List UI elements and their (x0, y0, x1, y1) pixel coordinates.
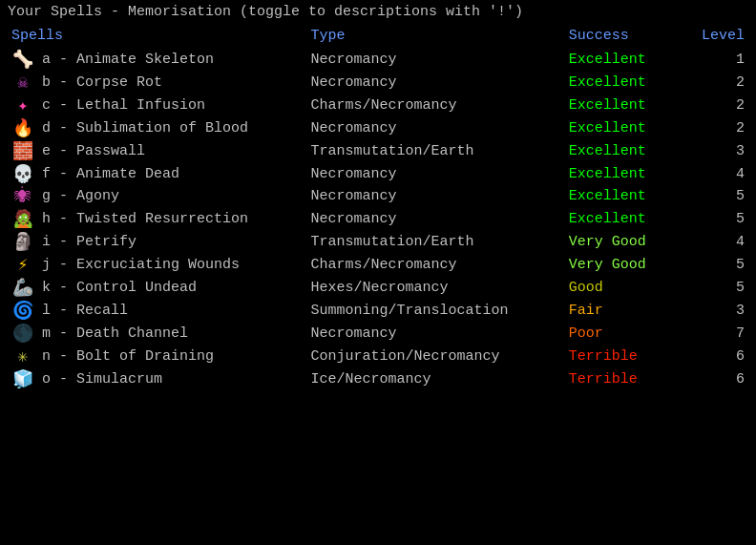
spells-table: Spells Type Success Level 🦴 a - Animate … (8, 26, 748, 390)
table-row: 🕷 g - Agony Necromancy Excellent 5 (8, 185, 748, 207)
spell-level-g: 5 (684, 185, 748, 207)
spell-name-o: o - Simulacrum (38, 367, 307, 390)
spell-success-m: Poor (565, 322, 685, 345)
table-row: 🦾 k - Control Undead Hexes/Necromancy Go… (8, 276, 748, 299)
spell-level-h: 5 (684, 207, 748, 230)
spell-name-c: c - Lethal Infusion (38, 94, 307, 116)
spell-icon-i: 🗿 (8, 230, 38, 253)
spell-icon-o: 🧊 (8, 367, 38, 390)
spell-type-j: Charms/Necromancy (307, 253, 565, 276)
table-row: ✳ n - Bolt of Draining Conjuration/Necro… (8, 345, 748, 367)
table-row: ⚡ j - Excruciating Wounds Charms/Necroma… (8, 253, 748, 276)
spell-type-i: Transmutation/Earth (307, 230, 565, 253)
spell-success-a: Excellent (565, 48, 685, 71)
spell-name-g: g - Agony (38, 185, 307, 207)
spell-level-c: 2 (684, 94, 748, 116)
spell-type-c: Charms/Necromancy (307, 94, 565, 116)
table-row: ☠ b - Corpse Rot Necromancy Excellent 2 (8, 71, 748, 94)
spell-type-g: Necromancy (307, 185, 565, 207)
spell-name-d: d - Sublimation of Blood (38, 116, 307, 139)
spell-success-h: Excellent (565, 207, 685, 230)
spell-type-h: Necromancy (307, 207, 565, 230)
spell-name-l: l - Recall (38, 299, 307, 322)
spell-type-l: Summoning/Translocation (307, 299, 565, 322)
spell-success-k: Good (565, 276, 685, 299)
spell-icon-b: ☠ (8, 71, 38, 94)
spell-type-k: Hexes/Necromancy (307, 276, 565, 299)
spell-type-f: Necromancy (307, 162, 565, 185)
spell-type-o: Ice/Necromancy (307, 367, 565, 390)
spell-success-f: Excellent (565, 162, 685, 185)
spell-level-k: 5 (684, 276, 748, 299)
spell-icon-k: 🦾 (8, 276, 38, 299)
spell-name-e: e - Passwall (38, 139, 307, 162)
spell-level-o: 6 (684, 367, 748, 390)
spell-level-i: 4 (684, 230, 748, 253)
spell-name-n: n - Bolt of Draining (38, 345, 307, 367)
table-row: ✦ c - Lethal Infusion Charms/Necromancy … (8, 94, 748, 116)
header-success: Success (565, 26, 685, 48)
spell-success-n: Terrible (565, 345, 685, 367)
spell-type-b: Necromancy (307, 71, 565, 94)
spell-name-j: j - Excruciating Wounds (38, 253, 307, 276)
spell-level-e: 3 (684, 139, 748, 162)
table-row: 💀 f - Animate Dead Necromancy Excellent … (8, 162, 748, 185)
spell-icon-g: 🕷 (8, 185, 38, 207)
spell-icon-c: ✦ (8, 94, 38, 116)
spell-success-l: Fair (565, 299, 685, 322)
spell-success-e: Excellent (565, 139, 685, 162)
spell-icon-h: 🧟 (8, 207, 38, 230)
spell-name-m: m - Death Channel (38, 322, 307, 345)
spell-type-m: Necromancy (307, 322, 565, 345)
header-spells: Spells (8, 26, 307, 48)
spell-name-i: i - Petrify (38, 230, 307, 253)
table-row: 🌑 m - Death Channel Necromancy Poor 7 (8, 322, 748, 345)
spell-success-i: Very Good (565, 230, 685, 253)
spell-success-g: Excellent (565, 185, 685, 207)
table-row: 🌀 l - Recall Summoning/Translocation Fai… (8, 299, 748, 322)
spell-name-a: a - Animate Skeleton (38, 48, 307, 71)
spell-success-c: Excellent (565, 94, 685, 116)
spell-icon-e: 🧱 (8, 139, 38, 162)
spell-icon-f: 💀 (8, 162, 38, 185)
header-level: Level (684, 26, 748, 48)
table-row: 🧊 o - Simulacrum Ice/Necromancy Terrible… (8, 367, 748, 390)
header-type: Type (307, 26, 565, 48)
spell-success-j: Very Good (565, 253, 685, 276)
spell-level-n: 6 (684, 345, 748, 367)
spell-level-f: 4 (684, 162, 748, 185)
table-row: 🧱 e - Passwall Transmutation/Earth Excel… (8, 139, 748, 162)
spell-success-b: Excellent (565, 71, 685, 94)
table-row: 🧟 h - Twisted Resurrection Necromancy Ex… (8, 207, 748, 230)
table-row: 🔥 d - Sublimation of Blood Necromancy Ex… (8, 116, 748, 139)
spell-level-m: 7 (684, 322, 748, 345)
table-row: 🗿 i - Petrify Transmutation/Earth Very G… (8, 230, 748, 253)
spell-icon-d: 🔥 (8, 116, 38, 139)
spell-type-n: Conjuration/Necromancy (307, 345, 565, 367)
spell-level-l: 3 (684, 299, 748, 322)
spell-level-b: 2 (684, 71, 748, 94)
spell-success-o: Terrible (565, 367, 685, 390)
spell-icon-j: ⚡ (8, 253, 38, 276)
spell-type-a: Necromancy (307, 48, 565, 71)
title-bar: Your Spells - Memorisation (toggle to de… (8, 4, 748, 20)
spell-icon-l: 🌀 (8, 299, 38, 322)
spell-name-b: b - Corpse Rot (38, 71, 307, 94)
spell-level-a: 1 (684, 48, 748, 71)
spell-icon-m: 🌑 (8, 322, 38, 345)
spell-type-e: Transmutation/Earth (307, 139, 565, 162)
spell-level-j: 5 (684, 253, 748, 276)
spell-level-d: 2 (684, 116, 748, 139)
table-row: 🦴 a - Animate Skeleton Necromancy Excell… (8, 48, 748, 71)
spell-name-h: h - Twisted Resurrection (38, 207, 307, 230)
spell-type-d: Necromancy (307, 116, 565, 139)
spell-name-f: f - Animate Dead (38, 162, 307, 185)
spell-name-k: k - Control Undead (38, 276, 307, 299)
spell-icon-a: 🦴 (8, 48, 38, 71)
spell-success-d: Excellent (565, 116, 685, 139)
spell-icon-n: ✳ (8, 345, 38, 367)
